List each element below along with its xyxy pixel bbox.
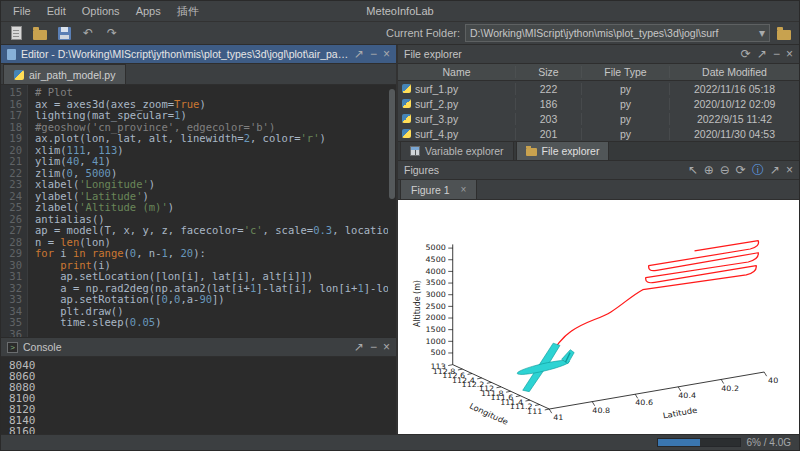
file-row[interactable]: surf_4.py201py2020/11/30 04:53	[398, 126, 799, 141]
python-file-icon	[14, 70, 24, 80]
console-minimize-icon[interactable]	[370, 341, 377, 353]
tab-file-explorer[interactable]: File explorer	[516, 141, 610, 160]
rotate-icon[interactable]	[736, 164, 746, 176]
cursor-icon[interactable]	[688, 164, 698, 176]
menu-file[interactable]: File	[5, 3, 39, 19]
editor-minimize-icon[interactable]	[370, 48, 377, 60]
svg-text:40: 40	[768, 376, 778, 385]
file-table-header[interactable]: NameSizeFile TypeDate Modified	[398, 64, 799, 81]
memory-progress-bar[interactable]	[657, 438, 741, 447]
y-axis-label: Latitude	[662, 405, 698, 420]
figures-panel-title: Figures	[404, 164, 439, 176]
svg-text:40.2: 40.2	[721, 384, 739, 393]
editor-scrollbar[interactable]	[388, 85, 396, 337]
editor-doc-icon	[7, 49, 16, 60]
svg-text:5000: 5000	[426, 244, 446, 253]
column-header[interactable]: Size	[516, 66, 582, 78]
refresh-icon[interactable]	[741, 48, 751, 60]
svg-text:113: 113	[431, 363, 446, 372]
file-table: NameSizeFile TypeDate Modified surf_1.py…	[398, 64, 799, 141]
figure-tab-label: Figure 1	[411, 184, 450, 196]
flight-path	[547, 241, 758, 360]
svg-text:40.6: 40.6	[635, 399, 653, 408]
current-folder-combobox[interactable]: D:\Working\MIScript\jython\mis\plot_type…	[465, 24, 770, 42]
line-number-gutter: 1516171819202122232425262728293031323334…	[1, 85, 28, 337]
svg-text:1000: 1000	[426, 337, 446, 346]
save-icon[interactable]	[55, 24, 73, 42]
redo-icon[interactable]	[103, 24, 121, 42]
console-panel-header[interactable]: > Console	[1, 338, 396, 357]
svg-text:500: 500	[431, 349, 446, 358]
new-file-icon[interactable]	[7, 24, 25, 42]
svg-text:40.4: 40.4	[678, 391, 696, 400]
editor-float-icon[interactable]	[354, 48, 364, 60]
editor-tab-bar: air_path_model.py	[1, 64, 396, 85]
editor-panel-header[interactable]: Editor - D:\Working\MIScript\jython\mis\…	[1, 45, 396, 64]
tab-variable-explorer[interactable]: Variable explorer	[400, 141, 514, 160]
menu-edit[interactable]: Edit	[39, 3, 74, 19]
plot-3d[interactable]: 500100015002000250030003500400045005000 …	[398, 200, 799, 434]
explorer-tab-strip: Variable explorer File explorer	[398, 141, 799, 161]
z-axis-ticks: 500100015002000250030003500400045005000	[426, 244, 453, 358]
console-float-icon[interactable]	[354, 341, 364, 353]
figures-panel: Figures Figure 1	[398, 161, 799, 434]
zoom-in-icon[interactable]	[704, 164, 714, 176]
file-explorer-icon	[526, 148, 537, 156]
menu-apps[interactable]: Apps	[128, 3, 169, 19]
variable-explorer-tab-label: Variable explorer	[425, 145, 504, 157]
python-file-icon	[402, 99, 411, 108]
file-explorer-close-icon[interactable]	[786, 48, 793, 60]
file-row[interactable]: surf_3.py203py2022/9/15 11:42	[398, 111, 799, 126]
z-axis-label: Altitude (m)	[412, 280, 422, 327]
figure-tab-close-icon[interactable]	[461, 185, 467, 195]
zoom-out-icon[interactable]	[720, 164, 730, 176]
file-explorer-float-icon[interactable]	[757, 48, 767, 60]
open-folder-icon[interactable]	[31, 24, 49, 42]
python-file-icon	[402, 129, 411, 138]
svg-text:1500: 1500	[426, 325, 446, 334]
editor-panel-title: Editor - D:\Working\MIScript\jython\mis\…	[21, 48, 349, 60]
figures-float-icon[interactable]	[770, 164, 780, 176]
menu-bar: MeteoInfoLab File Edit Options Apps 插件	[1, 1, 799, 21]
column-header[interactable]: Name	[398, 66, 516, 78]
editor-tab-label: air_path_model.py	[29, 69, 115, 81]
file-explorer-title: File explorer	[404, 48, 462, 60]
svg-text:3000: 3000	[426, 290, 446, 299]
info-icon[interactable]	[752, 164, 764, 176]
code-editor[interactable]: 1516171819202122232425262728293031323334…	[1, 85, 396, 337]
chevron-down-icon	[759, 27, 765, 39]
file-row[interactable]: surf_2.py186py2020/10/12 02:09	[398, 96, 799, 111]
editor-panel: Editor - D:\Working\MIScript\jython\mis\…	[1, 45, 396, 337]
figure-tab-bar: Figure 1	[398, 180, 799, 200]
console-panel: > Console 8040 8060 8080 8100 8120 8140 …	[1, 337, 396, 434]
tab-figure-1[interactable]: Figure 1	[400, 179, 477, 199]
menu-options[interactable]: Options	[74, 3, 128, 19]
browse-folder-icon[interactable]	[775, 24, 793, 42]
tab-air-path-model[interactable]: air_path_model.py	[3, 64, 126, 84]
meteoinfolab-window: MeteoInfoLab File Edit Options Apps 插件 C…	[0, 0, 800, 451]
undo-icon[interactable]	[79, 24, 97, 42]
svg-text:4000: 4000	[426, 267, 446, 276]
python-file-icon	[402, 84, 411, 93]
figure-canvas[interactable]: 500100015002000250030003500400045005000 …	[398, 200, 799, 434]
column-header[interactable]: File Type	[582, 66, 670, 78]
console-icon: >	[7, 342, 18, 353]
console-close-icon[interactable]	[383, 341, 390, 353]
figures-close-icon[interactable]	[786, 164, 793, 176]
column-header[interactable]: Date Modified	[670, 66, 799, 78]
variable-explorer-icon	[410, 146, 420, 156]
editor-close-icon[interactable]	[383, 48, 390, 60]
code-text[interactable]: # Plotax = axes3d(axes_zoom=True)lightin…	[28, 85, 396, 337]
file-row[interactable]: surf_1.py222py2022/11/16 05:18	[398, 81, 799, 96]
python-file-icon	[402, 114, 411, 123]
file-explorer-header[interactable]: File explorer	[398, 45, 799, 64]
svg-text:40.8: 40.8	[592, 406, 610, 415]
menu-plugins[interactable]: 插件	[169, 2, 207, 21]
console-output[interactable]: 8040 8060 8080 8100 8120 8140 8160	[1, 357, 396, 434]
memory-indicator[interactable]: 6% / 4.0G	[747, 437, 791, 448]
file-explorer-minimize-icon[interactable]	[773, 48, 780, 60]
figures-panel-header[interactable]: Figures	[398, 161, 799, 180]
axes-lines	[453, 244, 764, 409]
svg-text:2000: 2000	[426, 314, 446, 323]
status-bar: 6% / 4.0G	[1, 434, 799, 450]
